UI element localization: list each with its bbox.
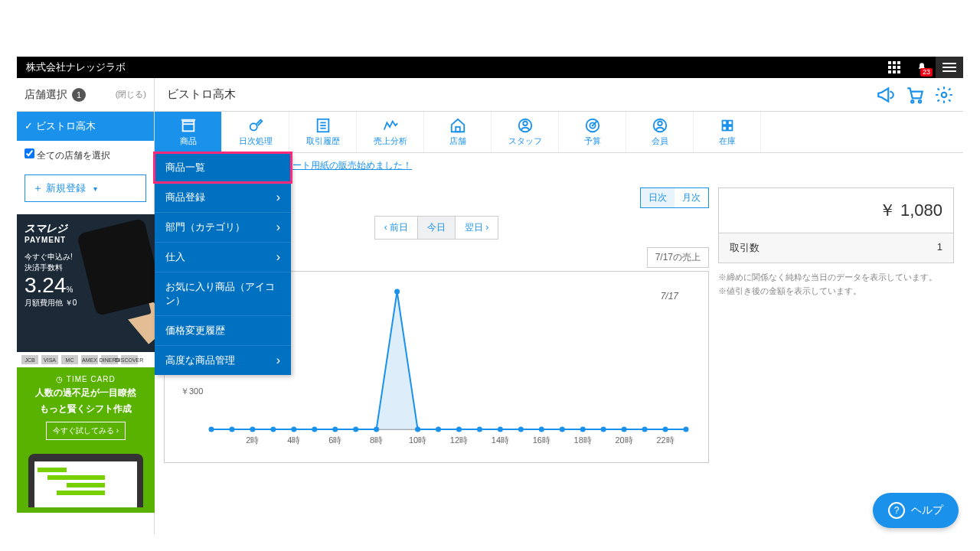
- svg-rect-20: [722, 121, 727, 126]
- hamburger-icon[interactable]: [936, 57, 963, 78]
- tab-在庫[interactable]: 在庫: [694, 112, 761, 152]
- dropdown-item[interactable]: 価格変更履歴: [155, 315, 291, 345]
- svg-text:22時: 22時: [656, 435, 674, 445]
- store-close-link[interactable]: (閉じる): [116, 89, 146, 100]
- announce-icon[interactable]: [876, 85, 896, 105]
- bell-icon[interactable]: 23: [908, 57, 936, 78]
- nav-tabs: 商品日次処理取引履歴売上分析店舗スタッフ予算会員在庫: [155, 112, 963, 153]
- apps-icon[interactable]: [880, 57, 908, 78]
- chart-legend-button[interactable]: 7/17の売上: [647, 247, 709, 268]
- svg-point-60: [642, 427, 648, 432]
- main-area: 商品日次処理取引履歴売上分析店舗スタッフ予算会員在庫 商品一覧商品登録部門（カテ…: [155, 112, 963, 534]
- sidebar-selected-store[interactable]: ビストロ高木: [17, 112, 154, 141]
- summary-panel: ￥ 1,080 取引数 1: [718, 187, 954, 263]
- svg-text:10時: 10時: [409, 435, 426, 445]
- svg-point-43: [291, 427, 296, 432]
- svg-rect-23: [727, 126, 732, 131]
- svg-point-50: [436, 427, 441, 432]
- svg-point-52: [477, 427, 482, 432]
- svg-rect-22: [722, 126, 727, 131]
- svg-point-59: [622, 427, 627, 432]
- svg-point-54: [518, 427, 524, 432]
- tab-スタッフ[interactable]: スタッフ: [492, 112, 559, 152]
- svg-point-49: [415, 427, 420, 432]
- date-prev[interactable]: ‹ 前日: [375, 217, 418, 239]
- svg-point-44: [312, 427, 317, 432]
- svg-text:4時: 4時: [287, 435, 300, 445]
- tab-売上分析[interactable]: 売上分析: [357, 112, 424, 152]
- dropdown-item[interactable]: 商品登録: [155, 182, 291, 212]
- svg-point-56: [560, 427, 565, 432]
- notif-count-badge: 23: [920, 68, 933, 77]
- view-toggle: 日次 月次: [640, 187, 709, 208]
- card-brands-row: JCBVISAMCAMEXDINERSDISCOVER: [17, 352, 155, 367]
- svg-point-57: [580, 427, 586, 432]
- svg-text:￥300: ￥300: [181, 386, 203, 396]
- store-selector[interactable]: 店舗選択 1 (閉じる): [17, 78, 155, 111]
- date-pager: ‹ 前日 今日 翌日 ›: [374, 216, 499, 240]
- toggle-daily[interactable]: 日次: [641, 188, 675, 207]
- summary-tx-label: 取引数: [730, 241, 760, 255]
- store-count-badge: 1: [72, 88, 86, 102]
- promo-timecard[interactable]: TIME CARD 人数の過不足が一目瞭然 もっと賢くシフト作成 今すぐ試してみ…: [17, 367, 155, 513]
- dropdown-item[interactable]: お気に入り商品（アイコン）: [155, 272, 291, 315]
- promo-smaregi-payment[interactable]: スマレジ PAYMENT 今すぐ申込み! 決済手数料 3.24% 月額費用他 ￥…: [17, 214, 155, 352]
- company-name: 株式会社ナレッジラボ: [26, 60, 126, 74]
- gear-icon[interactable]: [934, 85, 954, 105]
- svg-point-45: [332, 427, 338, 432]
- tab-会員[interactable]: 会員: [626, 112, 694, 152]
- summary-amount: ￥ 1,080: [719, 188, 953, 233]
- svg-point-55: [539, 427, 544, 432]
- store-name: ビストロ高木: [155, 87, 876, 102]
- dropdown-item[interactable]: 部門（カテゴリ）: [155, 212, 291, 242]
- svg-point-0: [911, 100, 913, 103]
- svg-point-2: [942, 92, 947, 97]
- svg-text:16時: 16時: [533, 435, 550, 445]
- toggle-monthly[interactable]: 月次: [675, 188, 708, 207]
- svg-point-19: [658, 122, 662, 126]
- svg-point-39: [209, 427, 214, 432]
- svg-text:18時: 18時: [574, 435, 592, 445]
- svg-point-46: [353, 427, 358, 432]
- dropdown-item[interactable]: 商品一覧: [155, 153, 291, 182]
- date-next[interactable]: 翌日 ›: [456, 217, 498, 239]
- svg-point-41: [250, 427, 255, 432]
- svg-text:2時: 2時: [246, 435, 259, 445]
- svg-point-47: [374, 427, 379, 432]
- svg-rect-11: [456, 127, 460, 132]
- product-dropdown: 商品一覧商品登録部門（カテゴリ）仕入お気に入り商品（アイコン）価格変更履歴高度な…: [155, 153, 291, 375]
- secondary-header: 店舗選択 1 (閉じる) ビストロ高木: [17, 78, 963, 112]
- summary-tx-count: 1: [937, 241, 942, 255]
- cart-icon[interactable]: [905, 85, 925, 105]
- svg-point-58: [601, 427, 606, 432]
- svg-text:7/17: 7/17: [661, 291, 680, 302]
- svg-point-51: [456, 427, 462, 432]
- date-today[interactable]: 今日: [418, 217, 456, 239]
- svg-text:14時: 14時: [492, 435, 509, 445]
- tab-商品[interactable]: 商品: [155, 112, 222, 152]
- help-button[interactable]: ヘルプ: [873, 493, 959, 528]
- tab-予算[interactable]: 予算: [559, 112, 626, 152]
- tab-店舗[interactable]: 店舗: [424, 112, 492, 152]
- all-stores-checkbox[interactable]: 全ての店舗を選択: [17, 141, 154, 170]
- top-bar: 株式会社ナレッジラボ 23: [17, 57, 963, 78]
- svg-rect-3: [182, 122, 194, 132]
- svg-text:6時: 6時: [328, 435, 341, 445]
- new-register-button[interactable]: ＋ 新規登録: [24, 174, 146, 202]
- svg-point-6: [250, 123, 256, 130]
- svg-point-13: [523, 122, 528, 126]
- svg-text:8時: 8時: [370, 435, 383, 445]
- svg-point-40: [229, 427, 234, 432]
- svg-point-1: [919, 100, 921, 103]
- svg-rect-21: [727, 121, 732, 126]
- tab-取引履歴[interactable]: 取引履歴: [289, 112, 357, 152]
- dropdown-item[interactable]: 高度な商品管理: [155, 345, 291, 375]
- svg-text:20時: 20時: [616, 435, 633, 445]
- sidebar: ビストロ高木 全ての店舗を選択 ＋ 新規登録 スマレジ PAYMENT 今すぐ申…: [17, 112, 155, 534]
- dropdown-item[interactable]: 仕入: [155, 242, 291, 272]
- summary-notes: ※締めに関係なく純粋な当日のデータを表示しています。※値引き後の金額を表示してい…: [718, 271, 954, 298]
- svg-point-61: [663, 427, 668, 432]
- tab-日次処理[interactable]: 日次処理: [222, 112, 289, 152]
- svg-point-62: [684, 427, 689, 432]
- svg-point-42: [270, 427, 276, 432]
